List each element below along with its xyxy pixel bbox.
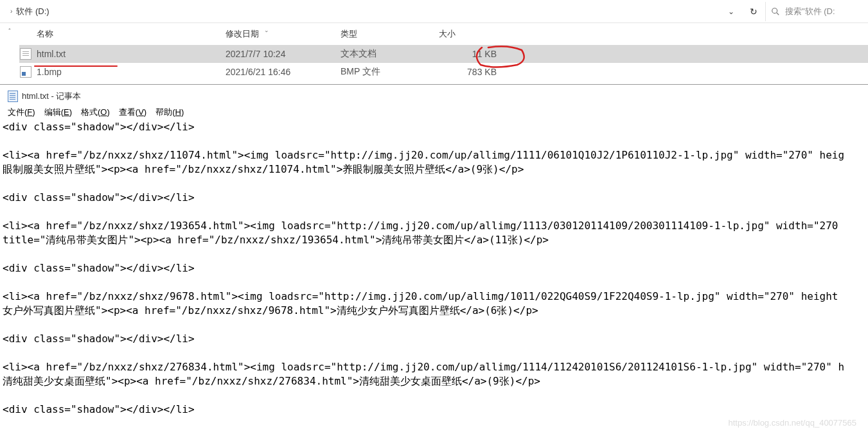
menu-format[interactable]: 格式(O) bbox=[78, 105, 112, 119]
menu-edit[interactable]: 编辑(E) bbox=[42, 105, 75, 119]
header-date-label: 修改日期 bbox=[226, 29, 259, 39]
chevron-right-icon: › bbox=[10, 8, 12, 15]
sort-chevron-down-icon: ⌄ bbox=[264, 27, 269, 33]
column-headers: 名称 修改日期 ⌄ 类型 大小 bbox=[19, 23, 868, 45]
file-date-cell: 2021/6/21 16:46 bbox=[226, 67, 341, 77]
menu-view[interactable]: 查看(V) bbox=[116, 105, 149, 119]
refresh-button[interactable]: ↻ bbox=[742, 3, 765, 21]
svg-point-0 bbox=[772, 8, 777, 13]
header-size[interactable]: 大小 bbox=[439, 28, 516, 40]
file-list-area: ˆ 名称 修改日期 ⌄ 类型 大小 html.txt 2021/7/7 10:2… bbox=[0, 23, 868, 85]
header-type[interactable]: 类型 bbox=[341, 28, 439, 40]
menu-help[interactable]: 帮助(H) bbox=[153, 105, 186, 119]
chevron-down-icon[interactable]: ⌄ bbox=[720, 2, 742, 21]
notepad-window: html.txt - 记事本 文件(F) 编辑(E) 格式(O) 查看(V) 帮… bbox=[0, 88, 868, 434]
header-name[interactable]: 名称 bbox=[19, 28, 226, 40]
table-row[interactable]: html.txt 2021/7/7 10:24 文本文档 11 KB bbox=[19, 45, 868, 63]
tree-gutter: ˆ bbox=[0, 23, 19, 85]
file-name: html.txt bbox=[37, 49, 66, 59]
file-date-cell: 2021/7/7 10:24 bbox=[226, 49, 341, 59]
notepad-titlebar: html.txt - 记事本 bbox=[0, 88, 868, 105]
file-type-cell: 文本文档 bbox=[341, 48, 439, 60]
address-right-controls: ⌄ ↻ 搜索"软件 (D: bbox=[720, 2, 868, 21]
menu-file[interactable]: 文件(F) bbox=[5, 105, 38, 119]
file-table: 名称 修改日期 ⌄ 类型 大小 html.txt 2021/7/7 10:24 … bbox=[19, 23, 868, 85]
file-size-cell: 11 KB bbox=[439, 49, 516, 59]
file-type-cell: BMP 文件 bbox=[341, 66, 439, 78]
file-name: 1.bmp bbox=[37, 67, 62, 77]
notepad-title-text: html.txt - 记事本 bbox=[22, 91, 81, 102]
file-name-cell: 1.bmp bbox=[19, 66, 226, 78]
watermark: https://blog.csdn.net/qq_40077565 bbox=[729, 418, 857, 428]
header-date[interactable]: 修改日期 ⌄ bbox=[226, 28, 341, 40]
notepad-menubar: 文件(F) 编辑(E) 格式(O) 查看(V) 帮助(H) bbox=[0, 105, 868, 120]
bmp-file-icon bbox=[20, 66, 31, 78]
text-file-icon bbox=[20, 48, 31, 60]
breadcrumb-text: 软件 (D:) bbox=[16, 6, 49, 17]
file-size-cell: 783 KB bbox=[439, 67, 516, 77]
explorer-window: › 软件 (D:) ⌄ ↻ 搜索"软件 (D: ˆ 名称 修改日期 ⌄ bbox=[0, 0, 868, 85]
notepad-content[interactable]: <div class="shadow"></div></li> <li><a h… bbox=[0, 120, 868, 417]
annotation-underline bbox=[34, 65, 118, 67]
search-icon bbox=[771, 7, 780, 16]
breadcrumb[interactable]: › 软件 (D:) bbox=[0, 6, 720, 17]
search-placeholder: 搜索"软件 (D: bbox=[785, 6, 835, 17]
svg-line-1 bbox=[777, 12, 779, 15]
table-row[interactable]: 1.bmp 2021/6/21 16:46 BMP 文件 783 KB bbox=[19, 63, 868, 81]
search-input[interactable]: 搜索"软件 (D: bbox=[766, 6, 868, 17]
file-name-cell: html.txt bbox=[19, 48, 226, 60]
notepad-icon bbox=[8, 91, 18, 102]
address-bar-row: › 软件 (D:) ⌄ ↻ 搜索"软件 (D: bbox=[0, 0, 868, 23]
chevron-up-icon[interactable]: ˆ bbox=[8, 28, 10, 35]
